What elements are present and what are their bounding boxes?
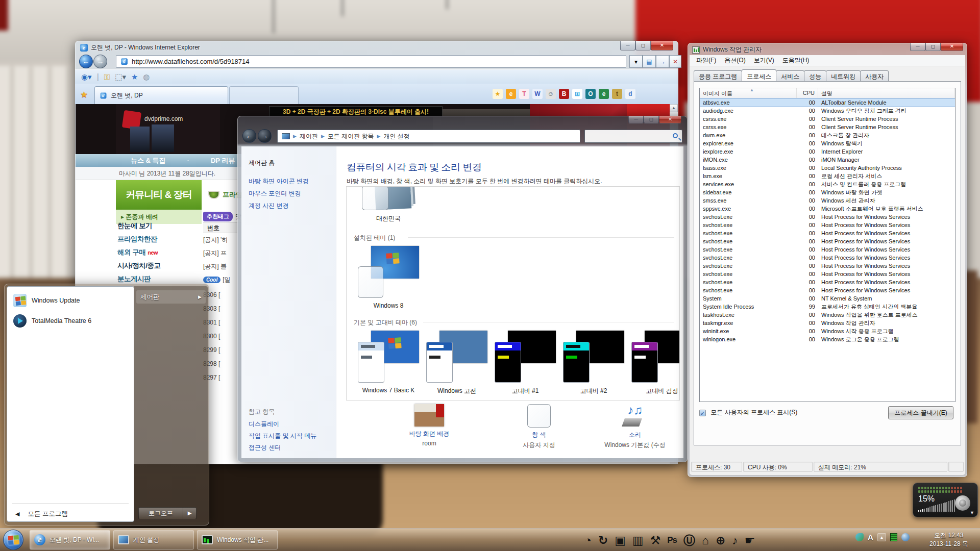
maximize-button[interactable]: ◻ <box>925 43 941 51</box>
breadcrumb[interactable]: ▶ 제어판 ▶ 모든 제어판 항목 ▶ 개인 설정 <box>277 130 580 143</box>
process-row[interactable]: svchost.exe00Host Process for Windows Se… <box>700 245 955 254</box>
process-row[interactable]: services.exe00서비스 및 컨트롤러 응용 프로그램 <box>700 180 955 188</box>
process-row[interactable]: taskmgr.exe00Windows 작업 관리자 <box>700 319 955 327</box>
sidebar-change-account-picture[interactable]: 계정 사진 변경 <box>249 202 289 210</box>
process-row[interactable]: winlogon.exe00Windows 로그온 응용 프로그램 <box>700 335 955 343</box>
ie-titlebar[interactable]: e 오랜 벗, DP - Windows Internet Explorer <box>80 43 200 52</box>
compatibility-view-button[interactable]: ▤ <box>643 55 656 68</box>
show-hidden-icons-button[interactable]: ▲ <box>877 533 886 541</box>
chart-icon[interactable]: ▥ <box>632 531 644 549</box>
green-e-icon[interactable]: e <box>599 89 609 99</box>
sidebar-ease-of-access[interactable]: 접근성 센터 <box>249 443 281 452</box>
tm-tab-0[interactable]: 응용 프로그램 <box>694 70 742 82</box>
tm-tab-5[interactable]: 사용자 <box>860 70 889 82</box>
start-button[interactable] <box>3 530 23 550</box>
process-row[interactable]: iMON.exe00iMON Manager <box>700 156 955 164</box>
down-circle-icon[interactable]: ◍ <box>143 72 150 82</box>
minimize-button[interactable]: ─ <box>620 41 635 51</box>
board-menu-link[interactable]: 해외 구매new <box>117 248 199 261</box>
tm-tab-4[interactable]: 네트워킹 <box>826 70 861 82</box>
recycle-bin-icon[interactable]: ▣ <box>615 531 626 549</box>
tray-color-icon[interactable] <box>855 533 864 541</box>
start-menu-item-control-panel[interactable]: 제어판 ▶ <box>136 290 206 304</box>
ime-indicator[interactable]: A <box>868 533 873 541</box>
globe-icon[interactable]: ⊕ <box>716 531 725 549</box>
address-input[interactable]: d http://www.datafilehost.com/d/5d918714 <box>116 55 626 68</box>
back-button[interactable]: ← <box>79 55 93 68</box>
all-programs-item[interactable]: ◀ 모든 프로그램 <box>11 507 130 520</box>
new-tab-stub[interactable] <box>229 86 299 104</box>
minimize-button[interactable]: ─ <box>910 43 925 51</box>
sidebar-change-desktop-icons[interactable]: 바탕 화면 아이콘 변경 <box>249 177 309 186</box>
process-row[interactable]: audiodg.exe00Windows 오디오 장치 그래프 격리 <box>700 107 955 115</box>
go-button[interactable]: → <box>656 55 669 68</box>
favorites-star-icon[interactable]: ★ <box>131 72 138 82</box>
breadcrumb-control-panel[interactable]: 제어판 <box>300 132 318 141</box>
tm-menu-v[interactable]: 보기(V) <box>750 55 778 66</box>
close-button[interactable]: ✕ <box>941 43 963 51</box>
home-icon[interactable]: ⌂ <box>702 531 709 549</box>
smiley-icon[interactable]: ☺ <box>546 89 556 99</box>
orange-e-icon[interactable]: e <box>506 89 516 99</box>
process-row[interactable]: svchost.exe00Host Process for Windows Se… <box>700 213 955 221</box>
process-list[interactable]: 이미지 이름 ▲ CPU 설명 atbsvc.exe00ALToolbar Se… <box>699 88 955 402</box>
start-menu-item-totalmedia[interactable]: TotalMedia Theatre 6 <box>11 312 130 330</box>
sidebar-display[interactable]: 디스플레이 <box>249 420 279 429</box>
altoolbar-check-icon[interactable]: ◉▾ <box>81 72 92 82</box>
windows-tiles-icon[interactable]: ⊞ <box>572 89 582 99</box>
maximize-button[interactable]: ◻ <box>644 116 659 123</box>
process-row[interactable]: svchost.exe00Host Process for Windows Se… <box>700 262 955 270</box>
tm-tab-3[interactable]: 성능 <box>804 70 826 82</box>
process-row[interactable]: csrss.exe00Client Server Runtime Process <box>700 123 955 131</box>
maximize-button[interactable]: ◻ <box>635 41 651 51</box>
utorrent-icon[interactable]: Ⓤ <box>683 531 695 549</box>
column-cpu[interactable]: CPU <box>797 88 818 98</box>
breadcrumb-all-items[interactable]: 모든 제어판 항목 <box>328 132 374 141</box>
column-description[interactable]: 설명 <box>818 88 955 98</box>
taskbar-clock[interactable]: 오전 12:43 2013-11-28 목 <box>922 531 976 548</box>
logoff-options-arrow[interactable]: ▶ <box>183 507 197 519</box>
process-row[interactable]: svchost.exe00Host Process for Windows Se… <box>700 229 955 237</box>
tm-tab-2[interactable]: 서비스 <box>776 70 804 82</box>
process-row[interactable]: svchost.exe00Host Process for Windows Se… <box>700 254 955 262</box>
forward-button[interactable]: → <box>258 129 272 143</box>
tools-icon[interactable]: ⚒ <box>650 531 661 549</box>
small-blue-icon[interactable]: d <box>625 89 635 99</box>
process-row[interactable]: svchost.exe00Host Process for Windows Se… <box>700 278 955 286</box>
tm-tab-1[interactable]: 프로세스 <box>742 69 776 81</box>
column-image-name[interactable]: 이미지 이름 ▲ <box>700 88 797 98</box>
teal-o-icon[interactable]: O <box>585 89 596 99</box>
theme-list[interactable]: 대한민국 설치된 테마 (1) Windows 8 기본 및 고대비 테마 (6… <box>346 186 680 400</box>
pink-t-icon[interactable]: T <box>519 89 529 99</box>
stop-button[interactable]: ✕ <box>669 55 681 68</box>
sounds-item[interactable]: ♪♫ 소리 Windows 기본값 (수정 <box>597 404 673 449</box>
favorites-bar-star-icon[interactable]: ★ <box>80 89 88 100</box>
taskbar-button-task-manager[interactable]: Windows 작업 관... <box>197 530 278 549</box>
tab-active[interactable]: d 오랜 벗, DP <box>94 86 228 104</box>
red-b-icon[interactable]: B <box>559 89 569 99</box>
process-row[interactable]: svchost.exe00Host Process for Windows Se… <box>700 286 955 294</box>
window-color-item[interactable]: 창 색 사용자 지정 <box>501 404 577 449</box>
back-button[interactable]: ← <box>242 129 256 143</box>
process-row[interactable]: wininit.exe00Windows 시작 응용 프로그램 <box>700 327 955 335</box>
site-logo-block[interactable]: dvdprime.com <box>116 104 220 154</box>
power-icon[interactable]: ◔ <box>584 531 592 549</box>
process-row[interactable]: svchost.exe00Host Process for Windows Se… <box>700 237 955 245</box>
gold-shield-icon[interactable]: t <box>612 89 622 99</box>
sidebar-change-mouse-pointers[interactable]: 마우스 포인터 변경 <box>249 189 301 198</box>
process-row[interactable]: System00NT Kernel & System <box>700 294 955 303</box>
board-menu-link[interactable]: 시사/정치/종교 <box>117 261 199 274</box>
sync-icon[interactable]: ↻ <box>598 531 608 549</box>
nav-dp-review[interactable]: DP 리뷰 <box>211 156 235 165</box>
process-row[interactable]: System Idle Process99프로세서가 유휴 상태인 시간의 백분… <box>700 303 955 311</box>
key-icon[interactable]: ⚿ <box>104 72 110 82</box>
sidebar-taskbar-start-menu[interactable]: 작업 표시줄 및 시작 메뉴 <box>249 432 316 440</box>
process-row[interactable]: lsass.exe00Local Security Authority Proc… <box>700 164 955 172</box>
taskbar-button-ie[interactable]: e 오랜 벗, DP - Wi... <box>30 530 110 549</box>
sidebar-control-panel-home[interactable]: 제어판 홈 <box>249 159 275 167</box>
tray-green-icon[interactable] <box>890 533 897 541</box>
process-row[interactable]: atbsvc.exe00ALToolbar Service Module <box>700 98 955 107</box>
process-row[interactable]: sppsvc.exe00Microsoft 소프트웨어 보호 플랫폼 서비스 <box>700 205 955 213</box>
process-row[interactable]: sidebar.exe00Windows 바탕 화면 가젯 <box>700 188 955 196</box>
nav-news[interactable]: 뉴스 & 특집 <box>131 156 166 165</box>
